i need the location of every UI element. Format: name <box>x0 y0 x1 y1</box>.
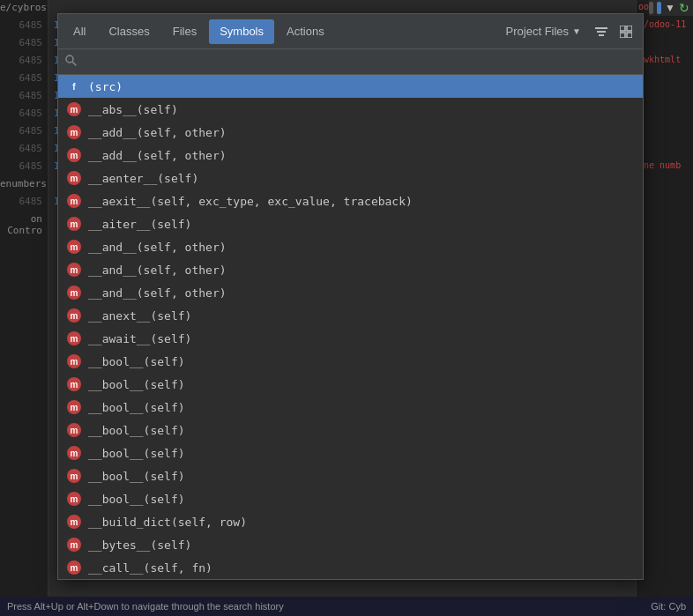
list-item[interactable]: m__bytes__(self) <box>58 533 643 556</box>
refresh-icon[interactable]: ↻ <box>679 1 689 15</box>
list-item[interactable]: m__abs__(self) <box>58 98 643 121</box>
list-item[interactable]: m__build_dict(self, row) <box>58 510 643 533</box>
status-bar-left-text: Press Alt+Up or Alt+Down to navigate thr… <box>7 601 284 612</box>
svg-rect-1 <box>597 31 606 33</box>
outer-wrapper: e/cybrosy 6485 6485 6485 6485 6485 6485 … <box>0 0 693 616</box>
item-text: __bool__(self) <box>88 378 185 391</box>
list-item[interactable]: m__bool__(self) <box>58 396 643 419</box>
list-item[interactable]: f(src) <box>58 75 643 98</box>
list-item[interactable]: m__and__(self, other) <box>58 281 643 304</box>
item-text: __bool__(self) <box>88 424 185 437</box>
search-bar <box>58 49 643 75</box>
svg-line-8 <box>73 63 77 66</box>
item-badge-m: m <box>67 423 81 437</box>
item-text: (src) <box>88 80 123 93</box>
list-item[interactable]: m__bool__(self) <box>58 419 643 442</box>
status-bar: Press Alt+Up or Alt+Down to navigate thr… <box>0 597 693 616</box>
svg-rect-3 <box>620 26 625 31</box>
symbol-list: f(src)m__abs__(self)m__add__(self, other… <box>58 75 643 579</box>
tab-files[interactable]: Files <box>162 19 207 44</box>
list-item[interactable]: m__anext__(self) <box>58 304 643 327</box>
svg-rect-2 <box>599 34 604 36</box>
svg-rect-0 <box>595 27 607 29</box>
item-badge-m: m <box>67 148 81 162</box>
item-text: __call__(self, fn) <box>88 561 212 575</box>
item-text: __await__(self) <box>88 332 191 345</box>
svg-rect-6 <box>627 33 632 38</box>
tab-classes[interactable]: Classes <box>98 19 160 44</box>
item-text: __abs__(self) <box>88 103 178 116</box>
list-item[interactable]: m__bool__(self) <box>58 373 643 396</box>
item-text: __and__(self, other) <box>88 263 227 277</box>
tab-symbols[interactable]: Symbols <box>209 19 274 44</box>
list-item[interactable]: m__bool__(self) <box>58 464 643 487</box>
list-item[interactable]: m__aiter__(self) <box>58 212 643 235</box>
tab-actions[interactable]: Actions <box>276 19 335 44</box>
item-badge-m: m <box>67 446 81 460</box>
item-badge-m: m <box>67 102 81 116</box>
item-text: __anext__(self) <box>88 309 191 323</box>
filter-icon <box>595 26 607 38</box>
list-item[interactable]: m__add__(self, other) <box>58 144 643 167</box>
item-text: __add__(self, other) <box>88 149 227 162</box>
item-text: __bool__(self) <box>88 470 185 483</box>
item-text: __aenter__(self) <box>88 172 198 185</box>
list-item[interactable]: m__aexit__(self, exc_type, exc_value, tr… <box>58 189 643 212</box>
item-badge-m: m <box>67 354 81 368</box>
item-badge-m: m <box>67 308 81 323</box>
item-badge-m: m <box>67 560 81 575</box>
list-item[interactable]: m__bool__(self) <box>58 350 643 373</box>
search-input[interactable] <box>82 56 636 69</box>
item-badge-m: m <box>67 538 81 552</box>
popup-panel: All Classes Files Symbols Actions Projec… <box>57 13 644 580</box>
project-files-button[interactable]: Project Files ▼ <box>501 22 586 41</box>
list-item[interactable]: m__await__(self) <box>58 327 643 350</box>
tab-all[interactable]: All <box>63 19 96 44</box>
list-item[interactable]: m__bool__(self) <box>58 487 643 510</box>
item-text: __bool__(self) <box>88 447 185 460</box>
item-text: __bool__(self) <box>88 355 185 368</box>
list-item[interactable]: m__and__(self, other) <box>58 258 643 281</box>
item-badge-m: m <box>67 515 81 529</box>
item-badge-m: m <box>67 377 81 391</box>
item-badge-m: m <box>67 286 81 300</box>
item-badge-f: f <box>67 79 81 93</box>
layout-icon <box>620 26 632 38</box>
list-item[interactable]: m__add__(self, other) <box>58 121 643 144</box>
list-item[interactable]: m__aenter__(self) <box>58 167 643 189</box>
item-badge-m: m <box>67 263 81 277</box>
item-text: __add__(self, other) <box>88 126 227 139</box>
item-text: __and__(self, other) <box>88 286 227 300</box>
top-right-icon2[interactable] <box>657 2 661 14</box>
status-bar-right-text: Git: Cyb <box>651 601 686 612</box>
item-text: __aexit__(self, exc_type, exc_value, tra… <box>88 195 413 208</box>
item-text: __build_dict(self, row) <box>88 516 247 529</box>
filter-icon-button[interactable] <box>592 22 611 41</box>
item-badge-m: m <box>67 331 81 345</box>
tab-bar: All Classes Files Symbols Actions Projec… <box>58 14 643 49</box>
item-text: __bool__(self) <box>88 401 185 414</box>
item-badge-m: m <box>67 400 81 414</box>
item-badge-m: m <box>67 125 81 139</box>
project-files-label: Project Files <box>506 25 570 38</box>
top-right-icon1[interactable] <box>649 2 653 14</box>
list-item[interactable]: m__call__(self, fn) <box>58 556 643 579</box>
item-text: __bytes__(self) <box>88 538 191 552</box>
svg-point-7 <box>66 56 73 63</box>
item-text: __and__(self, other) <box>88 241 227 254</box>
layout-icon-button[interactable] <box>616 22 636 41</box>
item-badge-m: m <box>67 240 81 254</box>
svg-rect-4 <box>627 26 632 31</box>
project-files-dropdown-icon: ▼ <box>572 26 581 36</box>
item-badge-m: m <box>67 492 81 506</box>
item-badge-m: m <box>67 194 81 208</box>
item-badge-m: m <box>67 171 81 185</box>
item-badge-m: m <box>67 217 81 231</box>
tab-right-controls: Project Files ▼ <box>501 22 639 41</box>
item-text: __aiter__(self) <box>88 218 191 231</box>
svg-rect-5 <box>620 33 625 38</box>
list-item[interactable]: m__and__(self, other) <box>58 235 643 258</box>
item-badge-m: m <box>67 469 81 483</box>
list-item[interactable]: m__bool__(self) <box>58 442 643 464</box>
top-right-arrow[interactable]: ▼ <box>665 2 675 14</box>
